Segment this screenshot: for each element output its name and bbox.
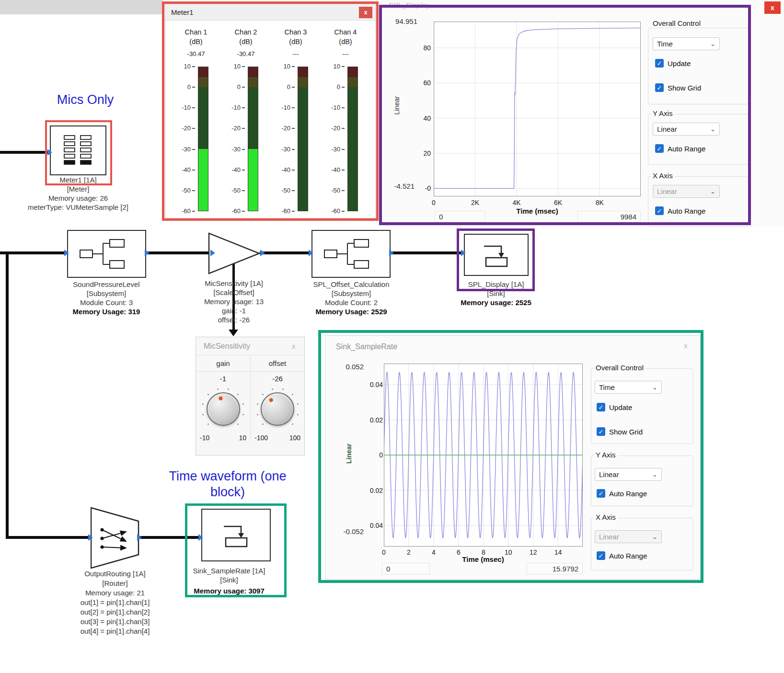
sink-show-grid-checkbox[interactable]: ✓ Show Grid	[597, 427, 643, 436]
meter-scale-tick: -50	[331, 187, 345, 194]
meter-scale-tick: -20	[231, 125, 245, 132]
meter-bar	[347, 67, 358, 211]
sink-samplerate-block[interactable]	[201, 509, 271, 561]
sink-plot-svg	[384, 364, 583, 547]
spl-update-label: Update	[668, 59, 691, 68]
spl-y-mode-value: Linear	[657, 125, 677, 133]
block-name: SPL_Display [1A]	[453, 280, 539, 289]
subsystem-icon	[78, 237, 136, 271]
block-name: OutputRouting [1A]	[60, 569, 170, 579]
spl-y-mode-dropdown[interactable]: Linear ⌄	[653, 123, 720, 136]
gain-knob[interactable]	[207, 392, 240, 426]
sink-icon	[478, 240, 515, 269]
sink-x-axis-label: Time (msec)	[462, 555, 504, 563]
meter-scale-tick: -50	[182, 187, 195, 194]
knob-label: gain	[196, 355, 250, 372]
sink-time-mode-dropdown[interactable]: Time ⌄	[595, 381, 662, 394]
meter-scale-tick: -40	[331, 166, 345, 174]
meter-channel-4: Chan 4(dB)---100-10-20-30-40-50-60	[321, 21, 370, 216]
outputrouting-block[interactable]	[91, 507, 139, 569]
sink-y-auto-range-label: Auto Range	[609, 490, 647, 498]
block-memory: Memory usage: 2525	[453, 298, 539, 307]
spl-display-label: SPL_Display [1A] [Sink] Memory usage: 25…	[453, 280, 539, 307]
sink-x-mode-dropdown[interactable]: Linear ⌄	[595, 530, 662, 543]
spl-x-axis-group-label: X Axis	[651, 171, 675, 180]
knob-column-gain: gain-1-1010	[196, 355, 250, 442]
meter-channel-1: Chan 1(dB)-30.47100-10-20-30-40-50-60	[171, 21, 221, 216]
chevron-down-icon: ⌄	[710, 40, 715, 47]
micsensitivity-panel-title: MicSensitivity	[204, 342, 250, 351]
spl-window-close-button[interactable]: x	[764, 1, 781, 14]
block-type: [Sink]	[176, 575, 282, 584]
sink-y-auto-range-checkbox[interactable]: ✓ Auto Range	[597, 489, 647, 498]
sink-x-auto-range-label: Auto Range	[609, 552, 647, 560]
micsensitivity-block[interactable]	[208, 231, 261, 275]
x-tick-label: 10	[505, 548, 512, 556]
y-tick-label: 0.02	[370, 487, 383, 494]
spl-x-mode-dropdown[interactable]: Linear ⌄	[653, 185, 720, 198]
spl-time-mode-dropdown[interactable]: Time ⌄	[653, 37, 720, 50]
spl-y-axis-label: Linear	[393, 96, 401, 115]
spl-offset-calculation-block[interactable]	[311, 230, 391, 278]
sink-y-mode-dropdown[interactable]: Linear ⌄	[595, 468, 662, 481]
offset-knob[interactable]	[261, 392, 294, 426]
y-tick-label: 0.02	[370, 416, 383, 424]
micsensitivity-panel-titlebar[interactable]: MicSensitivity x	[196, 337, 304, 355]
block-name: SoundPressureLevel	[54, 280, 159, 289]
sink-range-start-field[interactable]: 0	[382, 563, 430, 574]
block-type: [Subsystem]	[54, 289, 159, 298]
spl-display-block[interactable]	[464, 234, 529, 276]
block-name: Sink_SampleRate [1A]	[176, 566, 282, 575]
wire-spl-to-micsens	[146, 251, 211, 254]
meter1-titlebar[interactable]: Meter1 x	[165, 4, 375, 21]
meter-scale-tick: -60	[281, 207, 295, 215]
micsens-output-pin	[260, 250, 265, 256]
meter-scale-tick: -50	[231, 187, 245, 194]
block-type: [Subsystem]	[301, 289, 402, 298]
time-waveform-note: Time waveform (one block)	[153, 468, 302, 500]
y-tick-label: 80	[423, 44, 431, 52]
block-info: out[3] = pin[1].chan[3]	[60, 617, 170, 627]
x-tick-label: 8K	[596, 199, 604, 206]
spl-y-ticks: 80604020-0	[408, 22, 431, 196]
meter-scale-tick: -10	[331, 104, 345, 112]
meter-channel-2: Chan 2(dB)-30.47100-10-20-30-40-50-60	[221, 21, 271, 216]
sink-x-auto-range-checkbox[interactable]: ✓ Auto Range	[597, 551, 647, 560]
sink-ymax-label: 0.052	[334, 363, 364, 371]
meter-scale-tick: -20	[331, 125, 345, 132]
block-info: Memory usage: 26	[11, 194, 145, 203]
sink-update-checkbox[interactable]: ✓ Update	[597, 403, 632, 411]
spl-x-auto-range-checkbox[interactable]: ✓ Auto Range	[655, 206, 705, 215]
spl-range-end-field[interactable]: 9984	[577, 211, 641, 222]
spl-y-auto-range-checkbox[interactable]: ✓ Auto Range	[655, 144, 705, 153]
spl-range-start-field[interactable]: 0	[435, 211, 485, 222]
block-info: Memory usage: 13	[186, 297, 282, 306]
meter-scale-tick: -40	[231, 166, 245, 174]
wire-router-to-sink	[139, 536, 200, 539]
channel-name: Chan 3	[271, 28, 321, 36]
sink-time-mode-value: Time	[599, 383, 615, 391]
channel-value: ---	[271, 50, 321, 57]
sink-plot-area[interactable]	[384, 364, 583, 547]
sink-range-end-field[interactable]: 15.9792	[527, 563, 583, 574]
meter-scale-tick: 10	[284, 63, 295, 70]
micsensitivity-panel-close-button[interactable]: x	[292, 342, 296, 350]
sink-samplerate-window: Sink_SampleRate x 0.052 -0.052 Linear 0.…	[325, 335, 701, 580]
knob-range: -100100	[251, 434, 304, 442]
spl-show-grid-checkbox[interactable]: ✓ Show Grid	[655, 83, 701, 92]
x-tick-label: 6K	[554, 199, 562, 206]
spl-plot-area[interactable]	[434, 22, 641, 196]
spl-update-checkbox[interactable]: ✓ Update	[655, 59, 691, 68]
meter1-block[interactable]	[50, 125, 106, 175]
sink-window-close-button[interactable]: x	[684, 342, 688, 350]
meter-scale: 100-10-20-30-40-50-60	[323, 67, 345, 211]
soundpressurelevel-block[interactable]	[67, 230, 146, 278]
meter-bar	[198, 67, 208, 211]
block-type: [Meter]	[11, 184, 145, 194]
check-icon: ✓	[655, 206, 664, 215]
block-info: gain: -1	[186, 306, 282, 315]
subsystem-icon	[323, 237, 380, 271]
block-name: Meter1 [1A]	[11, 175, 145, 184]
x-tick-label: 14	[554, 548, 562, 556]
meter1-close-button[interactable]: x	[359, 7, 372, 18]
